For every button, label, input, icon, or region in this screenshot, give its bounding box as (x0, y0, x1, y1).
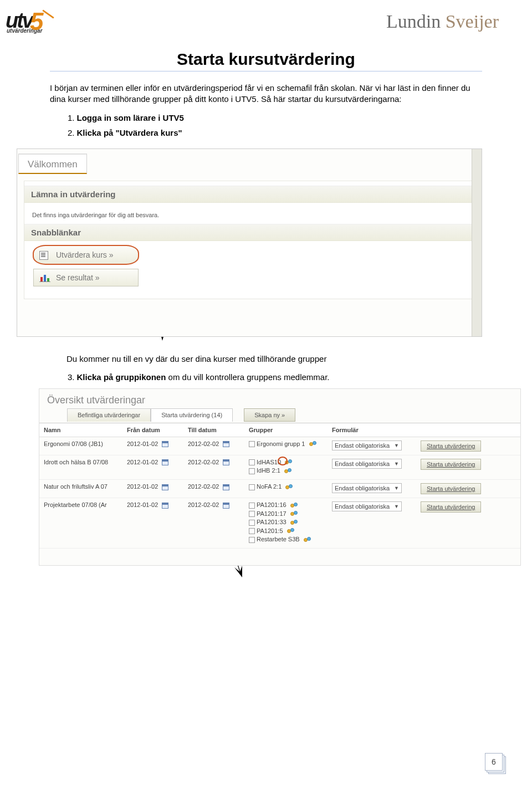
cell-form: Endast obligatoriska▼ (328, 455, 416, 479)
table-row: Projektarbete 07/08 (Ar2012-01-02 2012-0… (39, 498, 520, 548)
welcome-panel: Lämna in utvärdering Det finns inga utvä… (24, 181, 477, 299)
evaluate-course-label: Utvärdera kurs » (56, 250, 113, 259)
checkbox[interactable] (249, 511, 255, 517)
logo-utv5: utv5 utvärderingar (6, 6, 78, 36)
step-3-section: Du kommer nu till en vy där du ser dina … (50, 353, 482, 566)
cell-from: 2012-01-02 (122, 498, 183, 548)
cell-action: Starta utvärdering (416, 437, 520, 455)
checkbox[interactable] (249, 503, 255, 509)
form-dropdown[interactable]: Endast obligatoriska▼ (332, 459, 402, 469)
mid-paragraph: Du kommer nu till en vy där du ser dina … (66, 353, 482, 365)
calendar-icon[interactable] (162, 441, 168, 447)
step-3: 3.Klicka på gruppikonen om du vill kontr… (68, 372, 482, 382)
checkbox[interactable] (249, 484, 255, 490)
overview-title: Översikt utvärderingar (39, 389, 520, 408)
group-icon[interactable] (284, 468, 291, 474)
logo-slash-icon (42, 9, 54, 18)
tab-existing-evaluations[interactable]: Befintliga utvärderingar (67, 408, 151, 422)
group-icon[interactable] (285, 459, 292, 465)
calendar-icon[interactable] (162, 503, 168, 509)
checkbox[interactable] (249, 528, 255, 534)
start-evaluation-button[interactable]: Starta utvärdering (421, 440, 481, 452)
form-dropdown[interactable]: Endast obligatoriska▼ (332, 501, 402, 511)
cell-to: 2012-02-02 (183, 455, 244, 479)
cell-name: Ergonomi 07/08 (JB1) (39, 437, 122, 455)
cell-action: Starta utvärdering (416, 479, 520, 498)
form-dropdown[interactable]: Endast obligatoriska▼ (332, 483, 402, 493)
document-icon (39, 250, 50, 260)
scrollbar-edge (472, 149, 482, 336)
calendar-icon[interactable] (223, 459, 229, 465)
start-evaluation-button[interactable]: Starta utvärdering (421, 501, 481, 513)
col-groups: Grupper (244, 423, 328, 437)
checkbox[interactable] (249, 468, 255, 474)
tab-welcome[interactable]: Välkommen (18, 153, 87, 174)
tab-create-new[interactable]: Skapa ny » (244, 408, 295, 422)
group-item: PA1201:33 (249, 519, 323, 526)
group-icon[interactable] (304, 537, 311, 543)
intro-paragraph: I början av terminen eller inför en utvä… (50, 83, 482, 105)
checkbox[interactable] (249, 441, 255, 447)
calendar-icon[interactable] (223, 503, 229, 509)
cell-name: Idrott och hälsa B 07/08 (39, 455, 122, 479)
page-number-stack: 6 (485, 753, 507, 775)
section-submit-evaluation: Lämna in utvärdering (24, 186, 477, 203)
overview-tabs: Befintliga utvärderingar Starta utvärder… (67, 408, 520, 422)
checkbox[interactable] (249, 520, 255, 526)
table-row: Ergonomi 07/08 (JB1)2012-01-02 2012-02-0… (39, 437, 520, 455)
group-item: PA1201:17 (249, 510, 323, 518)
group-item: IdHAS10 (249, 459, 323, 466)
chevron-down-icon: ▼ (394, 485, 399, 491)
see-results-label: Se resultat » (56, 273, 100, 282)
form-dropdown[interactable]: Endast obligatoriska▼ (332, 440, 402, 450)
group-icon[interactable] (285, 484, 293, 490)
step-1-text: Logga in som lärare i UTV5 (77, 113, 184, 122)
evaluate-course-button[interactable]: Utvärdera kurs » (33, 245, 139, 264)
start-evaluation-button[interactable]: Starta utvärdering (421, 483, 481, 494)
table-row: Natur och friluftsliv A 072012-01-02 201… (39, 479, 520, 498)
cell-groups: IdHAS10 IdHB 2:1 (244, 455, 328, 479)
see-results-button[interactable]: Se resultat » (33, 269, 139, 286)
page-header: utv5 utvärderingar Lundin Sveijer (0, 0, 532, 39)
cell-action: Starta utvärdering (416, 498, 520, 548)
step-3-bold: Klicka på gruppikonen (77, 372, 166, 382)
col-from: Från datum (122, 423, 183, 437)
step-1: 1.Logga in som lärare i UTV5 (68, 113, 482, 122)
cell-from: 2012-01-02 (122, 437, 183, 455)
cell-from: 2012-01-02 (122, 479, 183, 498)
cell-form: Endast obligatoriska▼ (328, 437, 416, 455)
section-quicklinks: Snabblänkar (24, 224, 477, 241)
table-row: Idrott och hälsa B 07/082012-01-02 2012-… (39, 455, 520, 479)
calendar-icon[interactable] (162, 484, 168, 490)
chevron-down-icon: ▼ (394, 443, 399, 448)
cell-groups: Ergonomi grupp 1 (244, 437, 328, 455)
group-icon[interactable] (290, 503, 298, 509)
group-icon[interactable] (290, 520, 298, 526)
checkbox[interactable] (249, 537, 255, 543)
logo-lundin-sveijer: Lundin Sveijer (386, 11, 499, 32)
group-icon[interactable] (287, 528, 294, 534)
step-2-text: Klicka på "Utvärdera kurs" (77, 128, 182, 137)
checkbox[interactable] (249, 459, 255, 465)
calendar-icon[interactable] (223, 441, 229, 447)
no-evaluations-note: Det finns inga utvärderingar för dig att… (24, 206, 477, 224)
group-item: PA1201:5 (249, 527, 323, 535)
cell-name: Projektarbete 07/08 (Ar (39, 498, 122, 548)
cell-from: 2012-01-02 (122, 455, 183, 479)
step-2: 2.Klicka på "Utvärdera kurs" (68, 128, 482, 137)
cell-groups: PA1201:16 PA1201:17 PA1201:33 PA1201:5 R… (244, 498, 328, 548)
calendar-icon[interactable] (162, 459, 168, 465)
logo-right-part1: Lundin (386, 11, 446, 32)
col-to: Till datum (183, 423, 244, 437)
tab-start-evaluation[interactable]: Starta utvärdering (14) (151, 408, 233, 422)
logo-right-part2: Sveijer (446, 11, 499, 32)
group-icon[interactable] (290, 511, 298, 517)
screenshot-welcome: Välkommen Lämna in utvärdering Det finns… (17, 148, 482, 337)
group-item: NoFA 2:1 (249, 483, 323, 490)
col-form: Formulär (328, 423, 416, 437)
step-3-rest: om du vill kontrollera gruppens medlemma… (166, 372, 329, 382)
start-evaluation-button[interactable]: Starta utvärdering (421, 459, 481, 470)
calendar-icon[interactable] (223, 484, 229, 490)
cell-form: Endast obligatoriska▼ (328, 479, 416, 498)
group-icon[interactable] (309, 441, 316, 447)
